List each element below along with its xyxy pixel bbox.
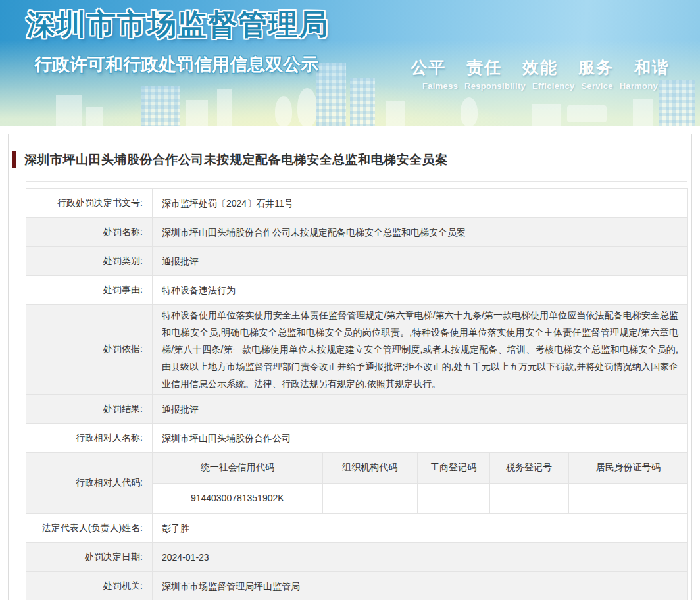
field-label: 法定代表人(负责人)姓名: <box>26 514 153 543</box>
field-value: 通报批评 <box>153 247 688 276</box>
case-title-row: 深圳市坪山田头埔股份合作公司未按规定配备电梯安全总监和电梯安全员案 <box>12 151 691 168</box>
field-label: 处罚名称: <box>26 218 153 247</box>
code-column-header: 组织机构代码 <box>322 453 417 483</box>
organization-code <box>322 483 417 513</box>
field-value: 深市监坪处罚〔2024〕石井11号 <box>153 189 688 218</box>
header-banner: 深圳市市场监督管理局 行政许可和行政处罚信用信息双公示 公平 责任 效能 服务 … <box>0 0 700 126</box>
banner-subtitle: 行政许可和行政处罚信用信息双公示 <box>34 53 318 76</box>
field-value: 通报批评 <box>153 395 688 424</box>
row-decision-number: 行政处罚决定书文号: 深市监坪处罚〔2024〕石井11号 <box>26 189 688 218</box>
code-column-header: 工商登记码 <box>417 453 489 483</box>
row-penalty-result: 处罚结果: 通报批评 <box>26 395 688 424</box>
code-column-header: 税务登记号 <box>489 453 568 483</box>
title-accent-bar <box>12 151 16 168</box>
motto-chinese: 公平 责任 效能 服务 和谐 <box>411 57 670 78</box>
field-value: 2024-01-23 <box>153 543 688 572</box>
row-party-codes: 行政相对人代码: 统一社会信用代码 组织机构代码 工商登记码 税务登记号 居民身… <box>26 453 688 514</box>
field-label: 处罚依据: <box>26 305 153 395</box>
field-value: 深圳市坪山田头埔股份合作公司未按规定配备电梯安全总监和电梯安全员案 <box>153 218 688 247</box>
field-value: 特种设备使用单位落实使用安全主体责任监督管理规定/第六章电梯/第六十九条/第一款… <box>153 305 688 395</box>
row-penalty-date: 处罚决定日期: 2024-01-23 <box>26 543 688 572</box>
field-label: 处罚类别: <box>26 247 153 276</box>
field-value: 彭子胜 <box>153 514 688 543</box>
row-penalty-name: 处罚名称: 深圳市坪山田头埔股份合作公司未按规定配备电梯安全总监和电梯安全员案 <box>26 218 688 247</box>
field-value: 特种设备违法行为 <box>153 276 688 305</box>
field-label: 处罚决定日期: <box>26 543 153 572</box>
party-codes-table: 统一社会信用代码 组织机构代码 工商登记码 税务登记号 居民身份证号码 9144… <box>153 453 688 513</box>
title-divider <box>26 181 687 182</box>
resident-id-number <box>568 483 688 513</box>
row-legal-representative: 法定代表人(负责人)姓名: 彭子胜 <box>26 514 688 543</box>
party-codes-cell: 统一社会信用代码 组织机构代码 工商登记码 税务登记号 居民身份证号码 9144… <box>153 453 688 514</box>
field-label: 行政相对人代码: <box>26 453 153 514</box>
field-label: 行政处罚决定书文号: <box>26 189 153 218</box>
field-label: 行政相对人名称: <box>26 424 153 453</box>
penalty-info-table: 行政处罚决定书文号: 深市监坪处罚〔2024〕石井11号 处罚名称: 深圳市坪山… <box>26 188 688 600</box>
tax-registration-code <box>489 483 568 513</box>
page-title: 深圳市坪山田头埔股份合作公司未按规定配备电梯安全总监和电梯安全员案 <box>24 151 448 168</box>
unified-social-credit-code: 91440300781351902K <box>153 483 322 513</box>
row-penalty-reason: 处罚事由: 特种设备违法行为 <box>26 276 688 305</box>
field-label: 处罚结果: <box>26 395 153 424</box>
row-party-name: 行政相对人名称: 深圳市坪山田头埔股份合作公司 <box>26 424 688 453</box>
field-value: 深圳市坪山田头埔股份合作公司 <box>153 424 688 453</box>
codes-header-row: 统一社会信用代码 组织机构代码 工商登记码 税务登记号 居民身份证号码 <box>153 453 688 483</box>
code-column-header: 居民身份证号码 <box>568 453 688 483</box>
business-registration-code <box>417 483 489 513</box>
row-penalty-category: 处罚类别: 通报批评 <box>26 247 688 276</box>
field-label: 处罚机关: <box>26 572 153 600</box>
row-penalty-basis: 处罚依据: 特种设备使用单位落实使用安全主体责任监督管理规定/第六章电梯/第六十… <box>26 305 688 395</box>
content-card: 深圳市坪山田头埔股份合作公司未按规定配备电梯安全总监和电梯安全员案 行政处罚决定… <box>8 134 692 600</box>
banner-motto: 公平 责任 效能 服务 和谐 Faimess Responsibility Ef… <box>411 57 670 91</box>
codes-value-row: 91440300781351902K <box>153 483 688 513</box>
field-label: 处罚事由: <box>26 276 153 305</box>
code-column-header: 统一社会信用代码 <box>153 453 322 483</box>
motto-english: Faimess Responsibility Efficiency Servic… <box>411 81 670 91</box>
site-title: 深圳市市场监督管理局 <box>26 5 329 44</box>
row-penalty-authority: 处罚机关: 深圳市市场监督管理局坪山监管局 <box>26 572 688 600</box>
field-value: 深圳市市场监督管理局坪山监管局 <box>153 572 688 600</box>
